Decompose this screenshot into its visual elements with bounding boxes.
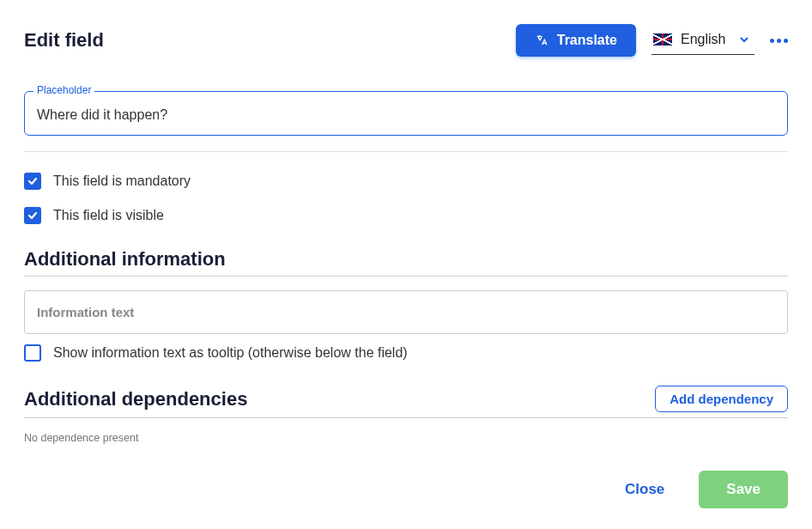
footer-actions: Close Save <box>611 471 788 508</box>
caret-down-icon <box>739 34 749 45</box>
dot-icon <box>770 39 774 43</box>
visible-checkbox[interactable] <box>24 207 41 224</box>
placeholder-input[interactable] <box>37 107 775 123</box>
additional-info-header: Additional information <box>24 248 788 277</box>
tooltip-checkbox-row: Show information text as tooltip (otherw… <box>24 344 788 362</box>
header: Edit field Translate English <box>24 24 788 57</box>
visible-checkbox-row: This field is visible <box>24 207 788 224</box>
translate-label: Translate <box>557 33 617 48</box>
dependencies-header: Additional dependencies Add dependency <box>24 386 788 418</box>
mandatory-label: This field is mandatory <box>53 173 191 189</box>
language-label: English <box>681 32 730 47</box>
more-menu-button[interactable] <box>770 39 788 43</box>
header-actions: Translate English <box>516 24 788 57</box>
dependencies-empty-message: No dependence present <box>24 432 788 444</box>
check-icon <box>27 175 39 187</box>
dot-icon <box>784 39 788 43</box>
visible-label: This field is visible <box>53 208 164 223</box>
dot-icon <box>777 39 781 43</box>
tooltip-checkbox[interactable] <box>24 344 41 362</box>
add-dependency-button[interactable]: Add dependency <box>655 386 788 412</box>
placeholder-fieldset: Placeholder <box>24 91 788 136</box>
save-button[interactable]: Save <box>699 471 788 508</box>
mandatory-checkbox[interactable] <box>24 173 41 190</box>
translate-icon <box>535 33 548 47</box>
additional-info-title: Additional information <box>24 248 226 271</box>
language-select[interactable]: English <box>651 27 754 55</box>
information-text-input[interactable] <box>24 290 788 334</box>
divider <box>24 151 788 152</box>
flag-uk-icon <box>653 33 672 46</box>
page-title: Edit field <box>24 29 104 52</box>
check-icon <box>27 210 39 222</box>
tooltip-label: Show information text as tooltip (otherw… <box>53 345 408 361</box>
dependencies-title: Additional dependencies <box>24 388 247 410</box>
mandatory-checkbox-row: This field is mandatory <box>24 173 788 190</box>
translate-button[interactable]: Translate <box>516 24 636 57</box>
close-button[interactable]: Close <box>611 472 678 507</box>
placeholder-field-label: Placeholder <box>33 84 94 96</box>
